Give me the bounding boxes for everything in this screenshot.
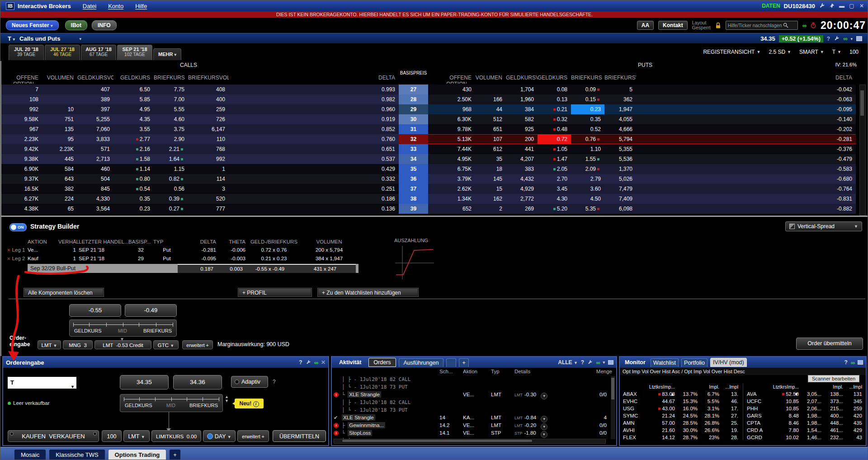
bid-cell[interactable]: 4.95 — [113, 104, 154, 114]
link-group-icon[interactable]: ∞ — [843, 35, 847, 42]
ask-cell[interactable]: 3.75 — [154, 124, 188, 134]
ask-cell[interactable]: 4.50 — [571, 194, 604, 204]
help-icon[interactable]: ? — [273, 379, 276, 385]
wrench-icon[interactable] — [819, 3, 825, 9]
uebermitteln-button[interactable]: ÜBERMITTELN — [273, 430, 326, 442]
option-row[interactable]: 1083895.857.004000.982282.50K1661,9600.1… — [1, 94, 856, 104]
erweitert-button[interactable]: erweitert + — [182, 340, 213, 349]
bid-cell[interactable]: 0.80 — [113, 174, 154, 184]
strike-cell[interactable]: 28 — [399, 94, 428, 104]
ask-cell[interactable]: 2.79 — [571, 174, 604, 184]
workspace-tab-mosaic[interactable]: Mosaic — [14, 449, 46, 460]
workspace-tab-options-trading[interactable]: Options Trading — [108, 449, 167, 460]
ask-cell[interactable]: 0.23 — [571, 104, 604, 114]
kaufen-verkaufen-button[interactable]: KAUFEN VERKAUFEN — [8, 430, 99, 442]
window-icon[interactable] — [856, 36, 862, 41]
expiry-tab-3[interactable]: SEP 21 '18102 TAGE — [117, 45, 152, 60]
link-group-icon[interactable]: ∞ — [596, 359, 599, 366]
price-stepper[interactable]: ▲▼ — [225, 395, 229, 403]
info-button[interactable]: INFO — [92, 20, 117, 30]
strike-cell[interactable]: 35 — [399, 164, 428, 174]
aktion-cell[interactable]: Kauf — [28, 254, 58, 263]
slider-bid-label[interactable]: GELDKURS — [74, 328, 102, 333]
order-type-select[interactable]: LMT ▼ — [38, 340, 61, 349]
tab-aktivitaet[interactable]: Aktivität — [335, 358, 366, 366]
ask-cell[interactable]: 2.09 — [571, 164, 604, 174]
ask-cell[interactable]: 5.35 — [571, 204, 604, 214]
submit-order-button[interactable]: Order übermitteln — [796, 338, 863, 350]
column-header[interactable]: OFFENE OPTION... — [428, 75, 475, 84]
column-header[interactable]: BRIEFKURS — [571, 75, 604, 84]
tab-monitor[interactable]: Monitor — [623, 358, 648, 366]
strike-cell[interactable]: 32 — [399, 134, 428, 144]
bid-cell[interactable]: 0.13 — [538, 94, 571, 104]
entry-price-slider[interactable]: GELDKURS MID BRIEFKURS — [120, 394, 223, 412]
ask-cell[interactable]: 0.09 — [571, 84, 604, 94]
register-view-select[interactable]: REGISTERANSICHT▼ — [703, 49, 760, 55]
ask-cell[interactable]: 7.00 — [154, 94, 188, 104]
bid-cell[interactable]: 1.47 — [538, 154, 571, 164]
scanner-row[interactable]: USG43.0016.0%3.1%17. — [621, 405, 740, 412]
help-icon[interactable]: ? — [299, 359, 302, 366]
strike-cell[interactable]: 37 — [399, 184, 428, 194]
expiry-tab-mehr[interactable]: MEHR ▾ — [153, 48, 181, 60]
expiry-tab-0[interactable]: JUL 20 '1839 TAGE — [9, 45, 44, 60]
tab-watchlist[interactable]: Watchlist — [651, 358, 679, 367]
strike-cell[interactable]: 27 — [399, 84, 428, 94]
scanner-row[interactable]: ABAX83.0813.7%6.7%13. — [621, 390, 740, 398]
link-group-icon[interactable]: ∞ — [314, 359, 318, 366]
symbol-selector[interactable]: T ▾ — [8, 35, 15, 42]
option-row[interactable]: 9.58K7515,2554.354.607260.919306.30K5125… — [1, 114, 856, 124]
ask-cell[interactable]: 7.75 — [154, 84, 188, 94]
close-icon[interactable]: ✕ — [859, 3, 865, 9]
tab-portfolio[interactable]: Portfolio — [681, 358, 708, 367]
scanner-row[interactable]: AVA52.503,05...138...131 — [745, 390, 864, 398]
bid-cell[interactable]: 4.35 — [113, 114, 154, 124]
strategy-leg-row[interactable]: ✕ Leg 2Kauf1 SEP 21 '1829Put-0.095-0.003… — [7, 254, 359, 263]
wrench-icon[interactable] — [306, 360, 311, 365]
scanner-row[interactable]: GARS8.481,98...400...420 — [745, 412, 864, 419]
strategy-toggle[interactable]: ON — [9, 223, 27, 231]
order-row[interactable]: i└ StopLoss14.1VE...STPSTP-1.80▼0/0 — [332, 429, 616, 437]
ask-cell[interactable]: 0.52 — [571, 124, 604, 134]
column-header[interactable]: GELDKURS — [113, 75, 154, 84]
ask-cell[interactable]: 1.15 — [154, 164, 188, 174]
menu-konto[interactable]: Konto — [108, 3, 123, 9]
bid-cell[interactable]: 0.21 — [538, 104, 571, 114]
bid-cell[interactable]: 1.05 — [538, 144, 571, 154]
tif-select[interactable]: DAY ▼ — [203, 430, 236, 442]
option-row[interactable]: 2.23K953,8332.772.901100.760325.13K10720… — [1, 134, 856, 144]
option-row[interactable]: 4.38K653,5640.230.277770.1363965222695.2… — [1, 204, 856, 214]
bid-cell[interactable]: 0.48 — [538, 124, 571, 134]
ask-button[interactable]: 34.36 — [173, 375, 222, 390]
bid-price-button[interactable]: -0.55 — [69, 304, 121, 317]
scanner-row[interactable]: UCFC10.852,07...373...345 — [745, 398, 864, 405]
order-row[interactable]: ✔XLE Strangle14KA...LMTLMT-0.84▼4 — [332, 414, 616, 422]
tab-ivhv[interactable]: IV/HV (mod) — [710, 358, 747, 367]
slider-mid-label[interactable]: MID — [166, 403, 175, 408]
bid-cell[interactable]: 0.54 — [113, 184, 154, 194]
ask-cell[interactable]: 0.27 — [154, 204, 188, 214]
link-group-icon[interactable]: ∞ — [802, 22, 806, 29]
workspace-tab--[interactable]: + — [169, 449, 181, 460]
bid-cell[interactable]: 5.85 — [113, 94, 154, 104]
kontakt-button[interactable]: Kontakt — [658, 21, 688, 30]
bid-cell[interactable]: 2.16 — [113, 144, 154, 154]
strike-cell[interactable]: 31 — [399, 124, 428, 134]
limit-price-field[interactable]: LMT -0.53 Credit — [94, 340, 151, 349]
ask-cell[interactable]: 3.60 — [571, 184, 604, 194]
contract-row[interactable]: │ └ - 1Jul20'18 73 PUT — [332, 383, 616, 391]
option-row[interactable]: 9.37K6435040.800.821140.332363.79K1454,4… — [1, 174, 856, 184]
scanner-row[interactable]: AVHI21.6030.0%26.6%19. — [621, 427, 740, 434]
option-row[interactable]: 9.38K4452,7131.581.649920.537344.95K354,… — [1, 154, 856, 164]
size-value[interactable]: 100 — [849, 49, 859, 55]
strategy-leg-row[interactable]: ✕ Leg 1Ve...1 SEP 21 '1832Put-0.281-0.00… — [7, 246, 359, 254]
clear-components-button[interactable]: Alle Komponenten löschen — [24, 288, 104, 296]
option-row[interactable]: 16.5K3828450.540.5630.251372.62K154,9293… — [1, 184, 856, 194]
search-input[interactable]: Hilfe/Ticker nachschlagen — [726, 21, 798, 30]
v-scrollbar[interactable] — [611, 376, 615, 439]
expiry-tab-1[interactable]: JUL 27 '1846 TAGE — [45, 45, 80, 60]
ask-cell[interactable]: 5.55 — [154, 104, 188, 114]
wrench-icon[interactable] — [834, 36, 840, 42]
neues-fenster-button[interactable]: Neues Fenster ▾ — [6, 20, 59, 30]
